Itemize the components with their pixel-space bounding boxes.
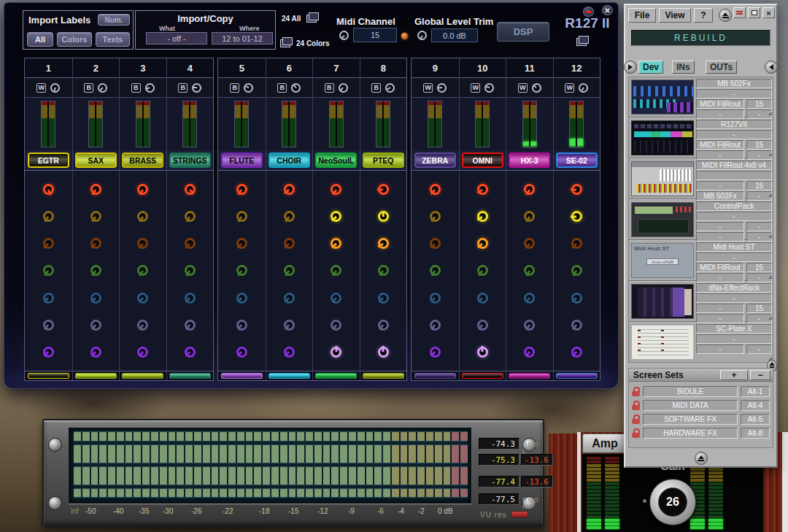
channel-knob-row4[interactable] bbox=[430, 265, 441, 276]
screen-set-shortcut[interactable]: Alt-5 bbox=[741, 414, 770, 425]
channel-label[interactable]: BRASS bbox=[122, 153, 163, 168]
channel-mini-knob[interactable] bbox=[192, 83, 201, 93]
channel-knob-row5[interactable] bbox=[331, 293, 341, 304]
channel-knob-row1[interactable] bbox=[90, 184, 101, 195]
channel-knob-row7[interactable] bbox=[378, 347, 389, 358]
channel-knob-row5[interactable] bbox=[571, 293, 582, 304]
channel-knob-row6[interactable] bbox=[571, 320, 582, 331]
channel-knob-row1[interactable] bbox=[477, 184, 488, 195]
channel-knob-row7[interactable] bbox=[43, 347, 54, 358]
device-channel-field[interactable]: - bbox=[746, 344, 772, 354]
device-channel-field[interactable]: 15 bbox=[746, 99, 772, 109]
channel-knob-row2[interactable] bbox=[430, 211, 441, 222]
dsp-button[interactable]: DSP bbox=[497, 22, 549, 42]
channel-knob-row7[interactable] bbox=[571, 347, 582, 358]
channel-label[interactable]: CHOIR bbox=[269, 153, 310, 168]
channel-knob-row6[interactable] bbox=[524, 320, 535, 331]
channel-label[interactable]: HX-3 bbox=[509, 153, 550, 168]
channel-knob-row2[interactable] bbox=[90, 211, 101, 222]
device-channel-field[interactable]: 15 bbox=[746, 304, 772, 313]
channel-knob-row4[interactable] bbox=[378, 265, 389, 276]
device-route-field[interactable]: MIDI FilRout bbox=[696, 140, 744, 150]
channel-knob-row3[interactable] bbox=[524, 238, 535, 249]
channel-knob-row5[interactable] bbox=[90, 293, 101, 304]
device-channel-field[interactable]: - bbox=[746, 222, 772, 231]
what-select[interactable]: - off - bbox=[146, 32, 207, 45]
channel-knob-row4[interactable] bbox=[331, 265, 341, 276]
channel-mode-toggle[interactable]: B bbox=[277, 83, 287, 93]
channel-mini-knob[interactable] bbox=[244, 83, 253, 93]
channel-mini-knob[interactable] bbox=[291, 83, 301, 93]
channel-knob-row2[interactable] bbox=[571, 211, 582, 222]
channel-mini-knob[interactable] bbox=[484, 83, 494, 93]
device-field[interactable]: - bbox=[696, 293, 772, 303]
channel-knob-row3[interactable] bbox=[284, 238, 295, 249]
channel-knob-row3[interactable] bbox=[430, 238, 441, 249]
device-field[interactable] bbox=[696, 171, 772, 180]
global-level-trim-knob-icon[interactable] bbox=[417, 31, 427, 40]
channel-knob-row4[interactable] bbox=[284, 265, 295, 276]
device-channel-field[interactable]: 15 bbox=[746, 263, 772, 272]
channel-label[interactable]: NeoSoulL bbox=[315, 153, 357, 168]
channel-knob-row5[interactable] bbox=[236, 293, 247, 304]
channel-label[interactable]: PTEQ bbox=[363, 153, 404, 168]
channel-knob-row5[interactable] bbox=[477, 293, 488, 304]
channel-mini-knob[interactable] bbox=[579, 83, 588, 93]
device-name[interactable]: R127VII bbox=[696, 120, 772, 129]
device-entry[interactable]: dNa-EffectRack--15-- bbox=[629, 282, 773, 323]
channel-knob-row4[interactable] bbox=[137, 265, 148, 276]
sidebar-maximize-button[interactable] bbox=[748, 7, 760, 18]
screen-set-add-button[interactable]: + bbox=[720, 370, 748, 380]
screen-set-row[interactable]: MIDI DATAAlt-4 bbox=[629, 398, 773, 412]
device-thumbnail[interactable] bbox=[631, 284, 694, 319]
channel-knob-row2[interactable] bbox=[524, 211, 535, 222]
device-name[interactable]: dNa-EffectRack bbox=[696, 283, 772, 293]
channel-knob-row2[interactable] bbox=[43, 211, 54, 222]
channel-knob-row3[interactable] bbox=[571, 238, 582, 249]
channel-knob-row1[interactable] bbox=[43, 184, 54, 195]
device-route-field[interactable]: MIDI FilRout bbox=[696, 263, 744, 272]
gain-knob[interactable]: 26 bbox=[649, 479, 696, 525]
device-entry[interactable]: MB 502Fx-MIDI FilRout15-- bbox=[629, 77, 773, 118]
channel-knob-row2[interactable] bbox=[236, 211, 247, 222]
channel-knob-row5[interactable] bbox=[43, 293, 54, 304]
device-thumbnail[interactable] bbox=[631, 80, 694, 115]
channel-knob-row5[interactable] bbox=[284, 293, 295, 304]
channel-knob-row3[interactable] bbox=[477, 238, 488, 249]
channel-number[interactable]: 4 bbox=[167, 58, 214, 78]
channel-knob-row4[interactable] bbox=[90, 265, 101, 276]
device-field[interactable]: - bbox=[696, 334, 772, 344]
channel-knob-row6[interactable] bbox=[236, 320, 247, 331]
channel-knob-row1[interactable] bbox=[524, 184, 535, 195]
channel-label[interactable]: SE-02 bbox=[556, 153, 598, 168]
midi-channel-value[interactable]: 15 bbox=[353, 28, 397, 42]
colors-button[interactable]: Colors bbox=[57, 32, 92, 47]
collapse-up-button[interactable] bbox=[719, 9, 732, 22]
device-thumbnail[interactable] bbox=[631, 202, 694, 237]
copy-24-all-icon[interactable] bbox=[306, 12, 317, 22]
channel-mode-toggle[interactable]: W bbox=[565, 83, 574, 93]
channel-knob-row5[interactable] bbox=[524, 293, 535, 304]
tab-outs[interactable]: OUTs bbox=[706, 61, 737, 74]
device-thumbnail[interactable] bbox=[631, 325, 694, 360]
channel-label[interactable]: STRINGS bbox=[169, 153, 211, 168]
channel-knob-row5[interactable] bbox=[430, 293, 441, 304]
channel-knob-row1[interactable] bbox=[137, 184, 148, 195]
texts-button[interactable]: Texts bbox=[96, 32, 130, 47]
channel-knob-row6[interactable] bbox=[43, 320, 54, 331]
device-name[interactable]: SC-Plate X bbox=[696, 324, 772, 334]
device-entry[interactable]: SC-Plate X--- bbox=[629, 323, 773, 363]
screen-set-remove-button[interactable]: − bbox=[750, 370, 770, 380]
channel-knob-row7[interactable] bbox=[524, 347, 535, 358]
device-route-field[interactable]: - bbox=[696, 344, 744, 354]
channel-mode-toggle[interactable]: W bbox=[471, 83, 480, 93]
channel-number[interactable]: 7 bbox=[313, 58, 360, 78]
channel-knob-row6[interactable] bbox=[430, 320, 441, 331]
channel-knob-row1[interactable] bbox=[284, 184, 295, 195]
channel-knob-row4[interactable] bbox=[571, 265, 582, 276]
channel-knob-row7[interactable] bbox=[430, 347, 441, 358]
device-entry[interactable]: Midi Host STAmp+24dBMidi Host ST-MIDI Fi… bbox=[629, 241, 773, 282]
sidebar-minimize-button[interactable] bbox=[733, 7, 746, 18]
device-field[interactable]: - bbox=[696, 89, 772, 99]
channel-knob-row7[interactable] bbox=[90, 347, 101, 358]
